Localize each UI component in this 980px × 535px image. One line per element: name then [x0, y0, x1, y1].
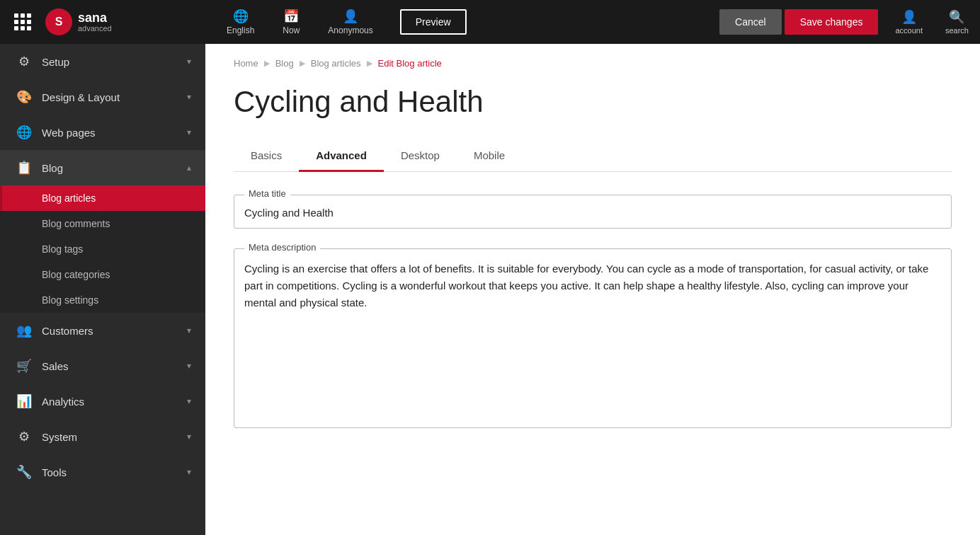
breadcrumb-home[interactable]: Home — [234, 58, 258, 69]
tab-mobile[interactable]: Mobile — [457, 141, 522, 172]
sidebar-blog-submenu: Blog articles Blog comments Blog tags Bl… — [0, 185, 205, 313]
logo-text: sana advanced — [78, 11, 112, 33]
sidebar-item-setup[interactable]: ⚙ Setup ▾ — [0, 44, 205, 79]
setup-icon: ⚙ — [16, 54, 32, 69]
blog-icon: 📋 — [16, 160, 32, 176]
main-layout: ⚙ Setup ▾ 🎨 Design & Layout ▾ 🌐 Web page… — [0, 44, 980, 535]
chevron-down-icon: ▾ — [187, 361, 191, 371]
system-icon: ⚙ — [16, 429, 32, 444]
sales-icon: 🛒 — [16, 358, 32, 374]
grid-menu-icon[interactable] — [11, 11, 34, 33]
chevron-up-icon: ▴ — [187, 163, 191, 173]
breadcrumb-current: Edit Blog article — [378, 58, 442, 69]
chevron-down-icon: ▾ — [187, 396, 191, 406]
chevron-down-icon: ▾ — [187, 57, 191, 67]
sidebar: ⚙ Setup ▾ 🎨 Design & Layout ▾ 🌐 Web page… — [0, 44, 205, 535]
chevron-down-icon: ▾ — [187, 467, 191, 477]
logo: S sana advanced — [0, 0, 205, 44]
meta-title-input[interactable] — [244, 207, 941, 219]
user-icon: 👤 — [343, 8, 358, 24]
sidebar-sub-item-blog-tags[interactable]: Blog tags — [0, 236, 205, 262]
sidebar-item-system[interactable]: ⚙ System ▾ — [0, 419, 205, 454]
breadcrumb-sep-3: ▶ — [367, 59, 372, 68]
tools-icon: 🔧 — [16, 464, 32, 480]
chevron-down-icon: ▾ — [187, 432, 191, 442]
breadcrumb-blog[interactable]: Blog — [275, 58, 294, 69]
meta-description-group: Meta description — [234, 248, 952, 428]
sidebar-item-design[interactable]: 🎨 Design & Layout ▾ — [0, 79, 205, 115]
breadcrumb-blog-articles[interactable]: Blog articles — [311, 58, 361, 69]
analytics-icon: 📊 — [16, 393, 32, 409]
sidebar-item-webpages[interactable]: 🌐 Web pages ▾ — [0, 115, 205, 150]
tab-advanced[interactable]: Advanced — [299, 141, 384, 172]
sidebar-item-tools[interactable]: 🔧 Tools ▾ — [0, 454, 205, 490]
meta-description-wrapper: Meta description — [234, 248, 952, 428]
calendar-icon: 📅 — [283, 8, 299, 24]
preview-button[interactable]: Preview — [400, 9, 467, 35]
topbar-actions: Cancel Save changes — [719, 9, 884, 35]
meta-title-group: Meta title — [234, 195, 952, 229]
sidebar-sub-item-blog-comments[interactable]: Blog comments — [0, 211, 205, 236]
tabs: Basics Advanced Desktop Mobile — [234, 141, 952, 172]
content-area: Home ▶ Blog ▶ Blog articles ▶ Edit Blog … — [205, 44, 980, 535]
meta-description-label: Meta description — [244, 242, 320, 253]
topbar: S sana advanced 🌐 English 📅 Now 👤 Anonym… — [0, 0, 980, 44]
chevron-down-icon: ▾ — [187, 127, 191, 137]
search-icon: 🔍 — [949, 9, 964, 25]
breadcrumb-sep-1: ▶ — [264, 59, 270, 68]
breadcrumb: Home ▶ Blog ▶ Blog articles ▶ Edit Blog … — [234, 58, 952, 69]
topbar-right-items: 👤 account 🔍 search — [884, 5, 980, 39]
meta-title-wrapper: Meta title — [234, 195, 952, 229]
sidebar-item-analytics[interactable]: 📊 Analytics ▾ — [0, 384, 205, 419]
sidebar-item-customers[interactable]: 👥 Customers ▾ — [0, 313, 205, 348]
topbar-nav: 🌐 English 📅 Now 👤 Anonymous Preview — [205, 4, 719, 40]
chevron-down-icon: ▾ — [187, 326, 191, 335]
search-nav-item[interactable]: 🔍 search — [934, 5, 980, 39]
anonymous-nav-item[interactable]: 👤 Anonymous — [318, 4, 382, 40]
meta-description-textarea[interactable] — [244, 260, 941, 416]
logo-icon: S — [45, 8, 72, 35]
cancel-button[interactable]: Cancel — [719, 9, 782, 35]
meta-title-label: Meta title — [244, 188, 290, 199]
save-button[interactable]: Save changes — [785, 9, 879, 35]
page-title: Cycling and Health — [234, 86, 952, 118]
now-nav-item[interactable]: 📅 Now — [270, 4, 312, 40]
design-icon: 🎨 — [16, 89, 32, 105]
sidebar-item-blog[interactable]: 📋 Blog ▴ — [0, 150, 205, 185]
sidebar-sub-item-blog-settings[interactable]: Blog settings — [0, 287, 205, 313]
webpages-icon: 🌐 — [16, 125, 32, 140]
sidebar-sub-item-blog-articles[interactable]: Blog articles — [0, 185, 205, 211]
sidebar-item-sales[interactable]: 🛒 Sales ▾ — [0, 348, 205, 384]
sidebar-sub-item-blog-categories[interactable]: Blog categories — [0, 262, 205, 287]
tab-desktop[interactable]: Desktop — [384, 141, 457, 172]
account-icon: 👤 — [901, 9, 917, 25]
breadcrumb-sep-2: ▶ — [300, 59, 305, 68]
language-nav-item[interactable]: 🌐 English — [217, 4, 264, 40]
tab-basics[interactable]: Basics — [234, 141, 299, 172]
account-nav-item[interactable]: 👤 account — [884, 5, 934, 39]
chevron-down-icon: ▾ — [187, 92, 191, 102]
globe-icon: 🌐 — [233, 8, 249, 24]
customers-icon: 👥 — [16, 323, 32, 338]
